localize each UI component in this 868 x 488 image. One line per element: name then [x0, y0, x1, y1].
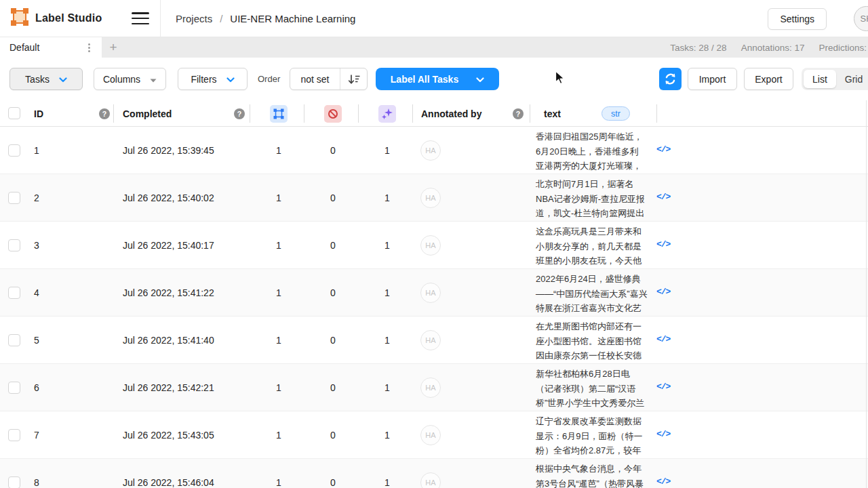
import-button[interactable]: Import: [688, 68, 737, 90]
column-header-completed[interactable]: Completed: [123, 100, 172, 127]
completed-help-icon[interactable]: ?: [234, 108, 245, 119]
task-id-cell: 4: [34, 269, 39, 317]
table-row[interactable]: 3 Jul 26 2022, 15:40:17 1 0 1 HA 这盒乐高玩具是…: [0, 222, 868, 269]
breadcrumb-separator: /: [220, 13, 222, 24]
column-header-text[interactable]: text: [544, 100, 561, 127]
predictions-counter: Predictions:: [818, 43, 867, 53]
source-code-icon[interactable]: </>: [656, 476, 670, 487]
table-row[interactable]: 8 Jul 26 2022, 15:46:04 1 0 1 HA 根据中央气象台…: [0, 459, 868, 488]
export-button[interactable]: Export: [744, 68, 793, 90]
annotations-count-cell: 1: [252, 222, 306, 269]
breadcrumb-projects-link[interactable]: Projects: [176, 13, 212, 24]
annotations-column-icon[interactable]: [270, 105, 288, 123]
top-header: Label Studio Projects / UIE-NER Machine …: [0, 0, 868, 37]
text-type-badge: str: [601, 106, 630, 121]
table-header: ID ? Completed ? Annotated by ? text str: [0, 100, 868, 127]
table-row[interactable]: 7 Jul 26 2022, 15:43:05 1 0 1 HA 辽宁省发展改革…: [0, 411, 868, 459]
table-row[interactable]: 6 Jul 26 2022, 15:42:21 1 0 1 HA 新华社都柏林6…: [0, 364, 868, 411]
annotated-by-help-icon[interactable]: ?: [513, 108, 524, 119]
task-id-cell: 3: [34, 222, 39, 269]
select-all-checkbox[interactable]: [8, 107, 20, 119]
source-code-icon[interactable]: </>: [656, 429, 670, 439]
chevron-down-icon: [59, 74, 67, 85]
predictions-count-cell: 1: [360, 174, 414, 222]
task-table-body: 1 Jul 26 2022, 15:39:45 1 0 1 HA 香港回归祖国2…: [0, 127, 868, 488]
view-grid-button[interactable]: Grid: [836, 70, 868, 88]
chevron-down-icon: [476, 74, 484, 85]
tab-default[interactable]: Default: [0, 37, 102, 58]
completed-cell: Jul 26 2022, 15:41:40: [123, 317, 214, 364]
annotations-count-cell: 1: [252, 459, 306, 488]
source-code-icon[interactable]: </>: [656, 144, 670, 155]
source-code-icon[interactable]: </>: [656, 239, 670, 249]
import-button-label: Import: [699, 74, 726, 85]
column-edge-divider: [866, 100, 867, 488]
predictions-count-cell: 1: [360, 364, 414, 411]
annotations-count-cell: 1: [252, 364, 306, 411]
completed-cell: Jul 26 2022, 15:39:45: [123, 127, 214, 174]
tasks-counter: Tasks: 28 / 28: [670, 43, 726, 53]
table-row[interactable]: 2 Jul 26 2022, 15:40:02 1 0 1 HA 北京时间7月1…: [0, 174, 868, 222]
view-tab-bar: Default + Tasks: 28 / 28 Annotations: 17…: [0, 37, 868, 58]
source-code-icon[interactable]: </>: [656, 287, 670, 297]
predictions-count-cell: 1: [360, 269, 414, 317]
source-code-icon[interactable]: </>: [656, 192, 670, 202]
row-checkbox[interactable]: [8, 287, 20, 299]
column-header-id[interactable]: ID: [34, 100, 43, 127]
table-row[interactable]: 5 Jul 26 2022, 15:41:40 1 0 1 HA 在尤里斯图书馆…: [0, 317, 868, 364]
add-tab-button[interactable]: +: [107, 41, 119, 54]
task-text-cell: 2022年6月24日，盛世修典 ——“中国历代绘画大系”嘉兴 特展在浙江省嘉兴市…: [536, 272, 662, 314]
annotator-avatar: HA: [420, 140, 441, 161]
label-all-tasks-button[interactable]: Label All Tasks: [376, 68, 499, 90]
column-header-annotated-by[interactable]: Annotated by: [421, 100, 481, 127]
filters-dropdown[interactable]: Filters: [178, 68, 248, 90]
annotator-avatar: HA: [420, 425, 441, 445]
cancelled-count-cell: 0: [306, 269, 360, 317]
row-checkbox[interactable]: [8, 192, 20, 204]
columns-dropdown[interactable]: Columns: [94, 68, 166, 90]
source-code-icon[interactable]: </>: [656, 334, 670, 344]
export-button-label: Export: [755, 74, 782, 85]
app-title: Label Studio: [35, 12, 102, 24]
tab-options-kebab-icon[interactable]: [84, 42, 94, 53]
task-id-cell: 2: [34, 174, 39, 222]
cancelled-count-cell: 0: [306, 127, 360, 174]
source-code-icon[interactable]: </>: [656, 382, 670, 392]
task-text-cell: 这盒乐高玩具是三月带来和 小朋友分享的，前几天都是 班里的小朋友在玩，今天他: [536, 224, 662, 266]
table-row[interactable]: 1 Jul 26 2022, 15:39:45 1 0 1 HA 香港回归祖国2…: [0, 127, 868, 174]
user-avatar[interactable]: SH: [854, 6, 868, 31]
row-checkbox[interactable]: [8, 429, 20, 441]
task-text-cell: 辽宁省发展改革委监测数据 显示：6月9日，面粉（特一 粉）全省均价2.87元，较…: [536, 414, 662, 456]
chevron-down-icon: [226, 74, 235, 85]
completed-cell: Jul 26 2022, 15:46:04: [123, 459, 214, 488]
view-list-button[interactable]: List: [804, 70, 836, 88]
annotator-avatar: HA: [420, 283, 441, 303]
row-checkbox[interactable]: [8, 382, 20, 394]
order-control[interactable]: not set: [290, 68, 368, 90]
table-row[interactable]: 4 Jul 26 2022, 15:41:22 1 0 1 HA 2022年6月…: [0, 269, 868, 317]
sort-direction-button[interactable]: [340, 68, 367, 89]
breadcrumb-project-title: UIE-NER Machine Learning: [230, 13, 355, 24]
task-id-cell: 6: [34, 364, 39, 411]
annotator-avatar: HA: [420, 235, 441, 256]
row-checkbox[interactable]: [8, 334, 20, 346]
cancelled-count-cell: 0: [306, 174, 360, 222]
id-help-icon[interactable]: ?: [99, 108, 110, 119]
cancelled-annotations-column-icon[interactable]: [324, 105, 342, 123]
row-checkbox[interactable]: [8, 239, 20, 251]
predictions-count-cell: 1: [360, 459, 414, 488]
task-text-cell: 根据中央气象台消息，今年 第3号台风“暹芭”（热带风暴: [536, 462, 662, 488]
refresh-button[interactable]: [659, 68, 682, 90]
predictions-column-icon[interactable]: [378, 105, 396, 123]
row-checkbox[interactable]: [8, 476, 20, 488]
completed-cell: Jul 26 2022, 15:41:22: [123, 269, 214, 317]
settings-button[interactable]: Settings: [768, 8, 827, 30]
task-id-cell: 7: [34, 411, 39, 459]
label-studio-logo-icon: [11, 8, 28, 28]
row-checkbox[interactable]: [8, 144, 20, 157]
cancelled-count-cell: 0: [306, 459, 360, 488]
annotations-count-cell: 1: [252, 269, 306, 317]
tasks-dropdown[interactable]: Tasks: [9, 68, 83, 90]
task-id-cell: 5: [34, 317, 39, 364]
hamburger-menu-icon[interactable]: [132, 12, 149, 24]
